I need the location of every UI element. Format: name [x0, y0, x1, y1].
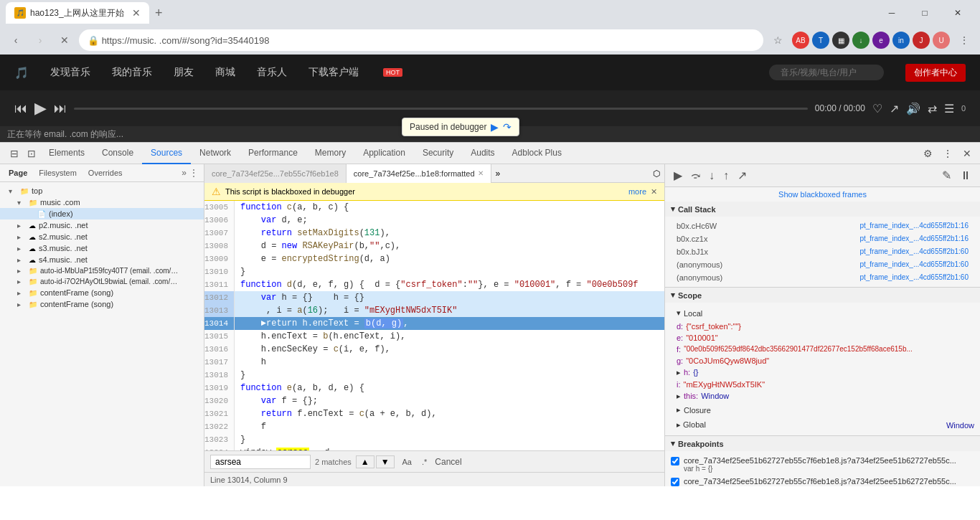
- tab-adblock[interactable]: Adblock Plus: [504, 143, 570, 164]
- ext-icon-5[interactable]: in: [892, 32, 910, 49]
- tree-item-top[interactable]: ▾ 📁 top: [0, 185, 204, 197]
- minimize-button[interactable]: ─: [875, 1, 908, 24]
- list-button[interactable]: ☰: [944, 102, 954, 115]
- debug-step-out-btn[interactable]: ↑: [720, 168, 732, 184]
- scope-header[interactable]: ▾ Scope: [665, 288, 980, 303]
- prev-button[interactable]: ⏮: [14, 101, 27, 116]
- search-case-btn[interactable]: Aa: [399, 456, 415, 468]
- active-tab[interactable]: 🎵 hao123_上网从这里开始 ✕: [6, 2, 149, 24]
- play-button[interactable]: ▶: [34, 99, 47, 118]
- like-button[interactable]: ♡: [872, 102, 882, 115]
- tree-item-index[interactable]: 📄 (index): [0, 208, 204, 219]
- tab-memory[interactable]: Memory: [306, 143, 354, 164]
- ext-icon-4[interactable]: e: [872, 32, 890, 49]
- stack-item-1[interactable]: b0x.cHc6W pt_frame_index_...4cd655ff2b1:…: [665, 219, 980, 232]
- nav-download[interactable]: 下载客户端: [308, 66, 359, 79]
- bp-checkbox-2[interactable]: [671, 478, 679, 486]
- stack-item-4[interactable]: (anonymous) pt_frame_index_...4cd655ff2b…: [665, 258, 980, 271]
- ext-icon-7[interactable]: U: [933, 32, 950, 49]
- blackbox-more-link[interactable]: more: [628, 187, 646, 196]
- show-blackboxed-frames[interactable]: Show blackboxed frames: [665, 187, 980, 202]
- menu-button[interactable]: ⋮: [954, 30, 974, 50]
- tab-network[interactable]: Network: [191, 143, 240, 164]
- debug-resume-btn[interactable]: ▶: [671, 167, 685, 184]
- file-tree-tab-filesystem[interactable]: Filesystem: [36, 167, 80, 179]
- close-button[interactable]: ✕: [941, 1, 974, 24]
- scope-global-header[interactable]: ▸ Global Window: [665, 417, 980, 432]
- devtools-sidebar-toggle[interactable]: ⊟: [6, 148, 23, 159]
- tree-item-music[interactable]: ▾ 📁 music .com: [0, 197, 204, 208]
- search-next-button[interactable]: ▼: [376, 455, 395, 468]
- url-input[interactable]: 🔒 https://music. .com/#/song?id=35440198: [79, 29, 763, 51]
- devtools-close-button[interactable]: ✕: [960, 146, 974, 161]
- tree-item-s3[interactable]: ▸ ☁ s3.music. .net: [0, 242, 204, 254]
- tree-item-auto1[interactable]: ▸ 📁 auto-id-MbUaP1t59fcy40T7 (email. .co…: [0, 265, 204, 276]
- debug-pause-btn[interactable]: ⏸: [957, 168, 974, 184]
- devtools-drawer-toggle[interactable]: ⊡: [23, 148, 40, 159]
- create-btn[interactable]: 创作者中心: [905, 64, 966, 82]
- tree-item-cf1[interactable]: ▸ 📁 contentFrame (song): [0, 287, 204, 298]
- maximize-button[interactable]: □: [908, 1, 941, 24]
- ext-icon-2[interactable]: ▦: [832, 32, 849, 49]
- nav-my-music[interactable]: 我的音乐: [112, 66, 152, 79]
- scope-local-header[interactable]: ▾ Local: [665, 306, 980, 321]
- tab-security[interactable]: Security: [414, 143, 462, 164]
- progress-bar[interactable]: [74, 108, 808, 110]
- debug-step-into-btn[interactable]: ↓: [706, 168, 717, 184]
- volume-button[interactable]: 🔊: [906, 102, 920, 115]
- ext-icon-6[interactable]: J: [913, 32, 930, 49]
- code-tab-2[interactable]: core_7a734ef25e...b1e8:formatted ✕: [347, 164, 491, 183]
- bp-checkbox-1[interactable]: [671, 457, 679, 465]
- tree-item-s4[interactable]: ▸ ☁ s4.music. .net: [0, 254, 204, 265]
- forward-button[interactable]: ›: [30, 30, 50, 50]
- devtools-more-button[interactable]: ⋮: [940, 146, 956, 161]
- code-tab-icon-1[interactable]: ⬡: [649, 169, 664, 179]
- scope-closure-header[interactable]: ▸ Closure: [665, 402, 980, 417]
- file-tree-options-btn[interactable]: ⋮: [189, 167, 198, 179]
- nav-musician[interactable]: 音乐人: [257, 66, 287, 79]
- file-tree-tab-overrides[interactable]: Overrides: [85, 167, 126, 179]
- search-cancel-btn[interactable]: Cancel: [435, 457, 461, 467]
- nav-friends[interactable]: 朋友: [174, 66, 194, 79]
- search-regex-btn[interactable]: .*: [418, 456, 430, 468]
- bookmark-button[interactable]: ☆: [768, 30, 788, 50]
- ext-icon-3[interactable]: ↓: [852, 32, 870, 49]
- tree-item-auto2[interactable]: ▸ 📁 auto-id-i7O2HAyOtL9bwiaL (email. .co…: [0, 276, 204, 287]
- tab-close-icon[interactable]: ✕: [132, 7, 141, 19]
- debugger-resume-button[interactable]: ▶: [491, 121, 499, 133]
- file-tree-tab-page[interactable]: Page: [6, 167, 30, 179]
- devtools-settings-button[interactable]: ⚙: [920, 146, 936, 161]
- abp-icon[interactable]: AB: [792, 32, 809, 49]
- code-tab-1[interactable]: core_7a734ef25e...7eb55c7f6eb1e8: [204, 164, 347, 183]
- ext-icon-1[interactable]: T: [812, 32, 829, 49]
- search-input[interactable]: [769, 65, 884, 80]
- debug-step-over-btn[interactable]: ⤼: [688, 167, 703, 184]
- next-button[interactable]: ⏭: [54, 101, 67, 116]
- scope-var-h[interactable]: ▸ h: {}: [665, 367, 980, 379]
- share-button[interactable]: ↗: [890, 102, 899, 115]
- new-tab-button[interactable]: +: [149, 6, 169, 21]
- breakpoints-header[interactable]: ▾ Breakpoints: [665, 436, 980, 451]
- nav-shop[interactable]: 商城: [215, 66, 235, 79]
- tree-item-p2[interactable]: ▸ ☁ p2.music. .net: [0, 219, 204, 231]
- tree-item-s2[interactable]: ▸ ☁ s2.music. .net: [0, 231, 204, 242]
- tree-item-cf2[interactable]: ▸ 📁 contentFrame (song): [0, 298, 204, 310]
- stack-item-2[interactable]: b0x.cz1x pt_frame_index_...4cd655ff2b1:1…: [665, 232, 980, 245]
- debug-step-btn[interactable]: ↗: [735, 167, 750, 184]
- tab-application[interactable]: Application: [354, 143, 414, 164]
- tab-elements[interactable]: Elements: [40, 143, 93, 164]
- code-tab-2-close[interactable]: ✕: [478, 169, 484, 177]
- code-editor[interactable]: 13005 function c(a, b, c) { 13006 var d,…: [204, 201, 664, 450]
- stack-item-3[interactable]: b0x.bJ1x pt_frame_index_...4cd655ff2b1:6…: [665, 245, 980, 258]
- scope-var-this[interactable]: ▸ this: Window: [665, 390, 980, 402]
- call-stack-header[interactable]: ▾ Call Stack: [665, 202, 980, 217]
- stack-item-5[interactable]: (anonymous) pt_frame_index_...4cd655ff2b…: [665, 271, 980, 284]
- tab-audits[interactable]: Audits: [462, 143, 503, 164]
- code-search-input[interactable]: [210, 455, 311, 469]
- blackbox-close-icon[interactable]: ✕: [651, 187, 657, 197]
- tab-console[interactable]: Console: [93, 143, 142, 164]
- code-tab-more-btn[interactable]: »: [491, 169, 505, 179]
- debugger-step-button[interactable]: ↷: [503, 121, 512, 133]
- tab-performance[interactable]: Performance: [240, 143, 306, 164]
- back-button[interactable]: ‹: [6, 30, 26, 50]
